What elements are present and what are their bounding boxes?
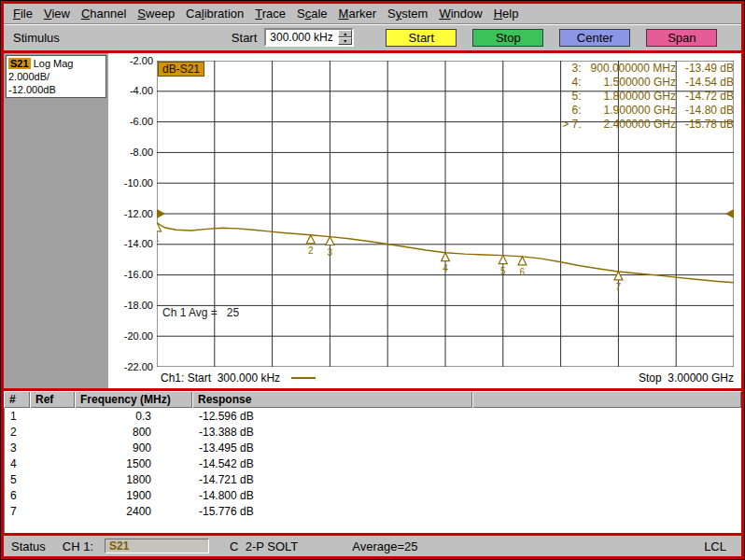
y-tick-label: -18.00: [108, 300, 153, 311]
y-tick-label: -4.00: [108, 85, 153, 96]
marker-table-row[interactable]: 41500-14.542 dB: [4, 455, 741, 471]
marker-readout-frequency: 900.000000 MHz: [591, 62, 676, 76]
cell-response: -14.800 dB: [192, 489, 472, 502]
marker-table-row[interactable]: 10.3-12.596 dB: [4, 408, 741, 424]
trace-name: S21: [8, 58, 31, 69]
marker-readout-number: 6:: [562, 104, 581, 118]
marker-table-row[interactable]: 3900-13.495 dB: [4, 440, 741, 455]
ref-level-arrow-left: [157, 209, 165, 218]
trace-scale: 2.000dB/: [8, 70, 104, 83]
y-tick-label: -20.00: [108, 330, 153, 342]
lcl-indicator: LCL: [704, 539, 726, 553]
spinner-down-icon[interactable]: ▾: [338, 37, 352, 45]
cell-frequency: 2400: [75, 505, 192, 518]
cell-response: -13.388 dB: [192, 426, 472, 439]
cell-num: 5: [4, 473, 30, 486]
menu-help[interactable]: Help: [488, 5, 525, 22]
cal-status: C 2-P SOLT: [230, 539, 298, 553]
footer-start-text: Ch1: Start 300.000 kHz: [161, 371, 280, 385]
y-tick-label: -8.00: [108, 147, 153, 158]
cell-frequency: 1900: [75, 489, 192, 502]
cell-num: 2: [4, 426, 30, 439]
menu-view[interactable]: View: [38, 5, 76, 22]
marker-readout-value: -13.49 dB: [685, 62, 734, 76]
marker-triangle: [518, 257, 527, 265]
marker-readouts: 3:900.000000 MHz-13.49 dB4:1.500000 GHz-…: [562, 62, 734, 132]
menu-channel[interactable]: Channel: [76, 5, 132, 22]
trace-format: Log Mag: [34, 58, 74, 69]
menu-window[interactable]: Window: [433, 5, 487, 22]
cell-response: -14.721 dB: [192, 473, 472, 486]
marker-readout-number: > 7:: [562, 118, 581, 132]
cell-response: -13.495 dB: [192, 441, 472, 455]
stimulus-buttons: StartStopCenterSpan: [386, 29, 717, 47]
trace-legend-dash: [291, 377, 316, 379]
trace-reference: -12.000dB: [8, 83, 104, 96]
start-button[interactable]: Start: [386, 29, 457, 47]
marker-triangle: [326, 237, 334, 245]
y-tick-label: -16.00: [108, 269, 153, 280]
status-label: Status: [11, 539, 46, 553]
marker-readout-frequency: 1.900000 GHz: [591, 104, 676, 118]
trace-sidebar: S21 Log Mag 2.000dB/ -12.000dB: [4, 53, 108, 388]
menu-file[interactable]: File: [7, 5, 38, 22]
menu-marker[interactable]: Marker: [333, 5, 382, 22]
cell-response: -15.776 dB: [192, 505, 472, 518]
app-frame: FileViewChannelSweepCalibrationTraceScal…: [0, 0, 745, 560]
cell-frequency: 800: [75, 426, 192, 439]
trace-tab[interactable]: dB-S21: [158, 62, 204, 77]
marker-table-row[interactable]: 51800-14.721 dB: [4, 471, 741, 487]
average-annotation: Ch 1 Avg = 25: [162, 306, 239, 319]
col-header-response: Response: [192, 391, 472, 408]
col-header-num: #: [4, 391, 30, 408]
marker-table-row[interactable]: 2800-13.388 dB: [4, 424, 741, 440]
cell-frequency: 1800: [75, 473, 192, 486]
marker-number: 2: [308, 245, 314, 256]
stop-button[interactable]: Stop: [472, 29, 543, 47]
y-tick-label: -22.00: [108, 361, 153, 372]
vna-window: FileViewChannelSweepCalibrationTraceScal…: [1, 1, 744, 559]
measurement-field: S21: [105, 539, 209, 553]
trace-info-box[interactable]: S21 Log Mag 2.000dB/ -12.000dB: [6, 55, 106, 98]
footer-stop-text: Stop 3.00000 GHz: [639, 371, 734, 385]
marker-number: 1: [157, 233, 160, 244]
marker-readout-frequency: 1.800000 GHz: [591, 90, 676, 104]
marker-table-row[interactable]: 61900-14.800 dB: [4, 487, 741, 503]
marker-table-row[interactable]: 72400-15.776 dB: [4, 503, 741, 519]
marker-number: 7: [616, 282, 622, 292]
marker-triangle: [442, 253, 450, 261]
average-status: Average=25: [352, 539, 417, 553]
marker-readout-number: 5:: [562, 90, 581, 104]
cell-frequency: 900: [75, 441, 192, 455]
stimulus-label: Stimulus: [13, 31, 60, 45]
y-tick-label: -6.00: [108, 116, 153, 127]
marker-table-body: 10.3-12.596 dB2800-13.388 dB3900-13.495 …: [4, 408, 741, 519]
trace-title-line: S21 Log Mag: [8, 57, 104, 70]
spinner-up-icon[interactable]: ▴: [338, 30, 352, 37]
cell-response: -14.542 dB: [192, 457, 472, 470]
menu-calibration[interactable]: Calibration: [180, 5, 249, 22]
cell-num: 7: [4, 505, 30, 518]
span-button[interactable]: Span: [646, 29, 717, 47]
cell-num: 4: [4, 457, 30, 470]
marker-number: 3: [328, 247, 333, 258]
marker-table: # Ref Frequency (MHz) Response 10.3-12.5…: [4, 391, 741, 533]
menu-scale[interactable]: Scale: [291, 5, 333, 22]
cell-num: 6: [4, 489, 30, 502]
marker-readout-number: 4:: [562, 76, 581, 90]
col-header-frequency: Frequency (MHz): [75, 391, 192, 408]
y-tick-label: -14.00: [108, 238, 153, 249]
menu-trace[interactable]: Trace: [249, 5, 291, 22]
y-tick-label: -2.00: [108, 55, 153, 66]
start-frequency-input[interactable]: 300.000 kHz ▴ ▾: [264, 28, 354, 47]
marker-readout-value: -14.80 dB: [685, 104, 734, 118]
marker-readout-value: -14.72 dB: [685, 90, 734, 104]
menu-sweep[interactable]: Sweep: [132, 5, 180, 22]
center-button[interactable]: Center: [559, 29, 630, 47]
marker-number: 6: [520, 267, 526, 277]
cell-num: 3: [4, 441, 30, 455]
cell-frequency: 1500: [75, 457, 192, 470]
marker-readout-frequency: 2.400000 GHz: [591, 118, 676, 132]
menu-system[interactable]: System: [382, 5, 433, 22]
stimulus-toolbar: Stimulus Start 300.000 kHz ▴ ▾ StartStop…: [4, 23, 741, 50]
